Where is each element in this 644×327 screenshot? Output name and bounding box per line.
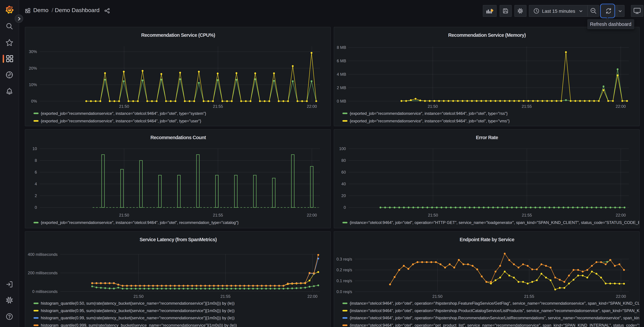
- svg-text:21:55: 21:55: [522, 104, 532, 108]
- svg-text:0%: 0%: [31, 99, 37, 104]
- svg-text:0: 0: [34, 205, 37, 210]
- svg-text:Error Rate: Error Rate: [476, 135, 498, 140]
- svg-text:{exported_job="recommendations: {exported_job="recommendationservice", i…: [41, 111, 206, 116]
- svg-text:histogram_quantile(0.99, sum(r: histogram_quantile(0.99, sum(rate(latenc…: [41, 316, 234, 320]
- svg-text:6: 6: [34, 170, 37, 174]
- svg-text:22:00: 22:00: [616, 213, 626, 218]
- svg-text:{instance="otelcol:9464", job=: {instance="otelcol:9464", job="otel", op…: [350, 323, 640, 327]
- svg-text:21:50: 21:50: [428, 104, 438, 108]
- svg-text:10: 10: [32, 146, 37, 151]
- svg-text:{instance="otelcol:9464", job=: {instance="otelcol:9464", job="otel", op…: [350, 316, 640, 320]
- svg-text:8: 8: [34, 158, 37, 163]
- svg-text:Endpoint Rate by Service: Endpoint Rate by Service: [460, 237, 514, 242]
- svg-text:21:50: 21:50: [119, 213, 129, 218]
- svg-text:22:00: 22:00: [616, 104, 626, 108]
- svg-text:21:55: 21:55: [213, 104, 223, 108]
- svg-text:21:55: 21:55: [524, 294, 534, 299]
- svg-text:0 milliseconds: 0 milliseconds: [32, 289, 58, 294]
- svg-text:Recommendations Count: Recommendations Count: [150, 135, 206, 140]
- svg-text:6 MB: 6 MB: [337, 58, 346, 63]
- svg-text:21:50: 21:50: [432, 294, 442, 299]
- svg-text:{instance="otelcol:9464", job=: {instance="otelcol:9464", job="otel", op…: [350, 301, 640, 306]
- svg-text:2: 2: [34, 194, 37, 198]
- svg-text:{instance="otelcol:9464", job=: {instance="otelcol:9464", job="otel", op…: [350, 220, 640, 225]
- svg-text:20%: 20%: [29, 66, 37, 70]
- svg-text:60: 60: [341, 170, 346, 174]
- svg-text:Recommendation Service (CPU%): Recommendation Service (CPU%): [141, 32, 215, 38]
- svg-text:{instance="otelcol:9464", job=: {instance="otelcol:9464", job="otel", op…: [350, 308, 640, 313]
- svg-text:100: 100: [339, 146, 346, 151]
- svg-text:20: 20: [341, 194, 346, 198]
- svg-text:{exported_job="recommendations: {exported_job="recommendationservice", i…: [350, 111, 508, 116]
- svg-text:40: 40: [341, 182, 346, 186]
- svg-text:22:00: 22:00: [307, 213, 317, 218]
- svg-text:0: 0: [344, 205, 346, 210]
- svg-text:30%: 30%: [29, 49, 37, 54]
- svg-text:histogram_quantile(0.95, sum(r: histogram_quantile(0.95, sum(rate(latenc…: [41, 308, 234, 313]
- svg-text:0 MB: 0 MB: [337, 99, 346, 104]
- svg-text:Service Latency (from SpanMetr: Service Latency (from SpanMetrics): [139, 237, 216, 242]
- svg-text:21:55: 21:55: [220, 294, 230, 299]
- svg-text:histogram_quantile(0.50, sum(r: histogram_quantile(0.50, sum(rate(latenc…: [41, 301, 234, 306]
- svg-text:21:50: 21:50: [428, 213, 438, 218]
- svg-text:Recommendation Service (Memory: Recommendation Service (Memory): [448, 32, 526, 38]
- svg-text:{exported_job="recommendations: {exported_job="recommendationservice", i…: [41, 119, 201, 123]
- svg-text:0.2 req/s: 0.2 req/s: [336, 268, 352, 272]
- svg-text:histogram_quantile(0.999, sum(: histogram_quantile(0.999, sum(rate(laten…: [41, 323, 237, 327]
- svg-text:{exported_job="recommendations: {exported_job="recommendationservice", i…: [350, 119, 510, 123]
- svg-text:0.3 req/s: 0.3 req/s: [336, 257, 352, 261]
- svg-text:22:00: 22:00: [616, 294, 626, 299]
- svg-text:4: 4: [34, 182, 37, 186]
- svg-text:0.0 req/s: 0.0 req/s: [336, 290, 352, 294]
- svg-text:400 milliseconds: 400 milliseconds: [28, 252, 58, 257]
- svg-text:2 MB: 2 MB: [337, 86, 346, 90]
- svg-text:21:50: 21:50: [133, 294, 143, 299]
- svg-text:21:55: 21:55: [522, 213, 532, 218]
- svg-text:8 MB: 8 MB: [337, 45, 346, 50]
- svg-text:22:00: 22:00: [307, 104, 317, 108]
- svg-text:21:50: 21:50: [119, 104, 129, 108]
- svg-text:200 milliseconds: 200 milliseconds: [28, 270, 58, 275]
- svg-text:4 MB: 4 MB: [337, 72, 346, 76]
- svg-text:21:55: 21:55: [213, 213, 223, 218]
- svg-text:0.1 req/s: 0.1 req/s: [336, 278, 352, 283]
- svg-text:22:00: 22:00: [307, 294, 317, 299]
- svg-text:80: 80: [341, 158, 346, 163]
- svg-text:{exported_job="recommendations: {exported_job="recommendationservice", i…: [41, 220, 238, 225]
- svg-text:10%: 10%: [29, 82, 37, 87]
